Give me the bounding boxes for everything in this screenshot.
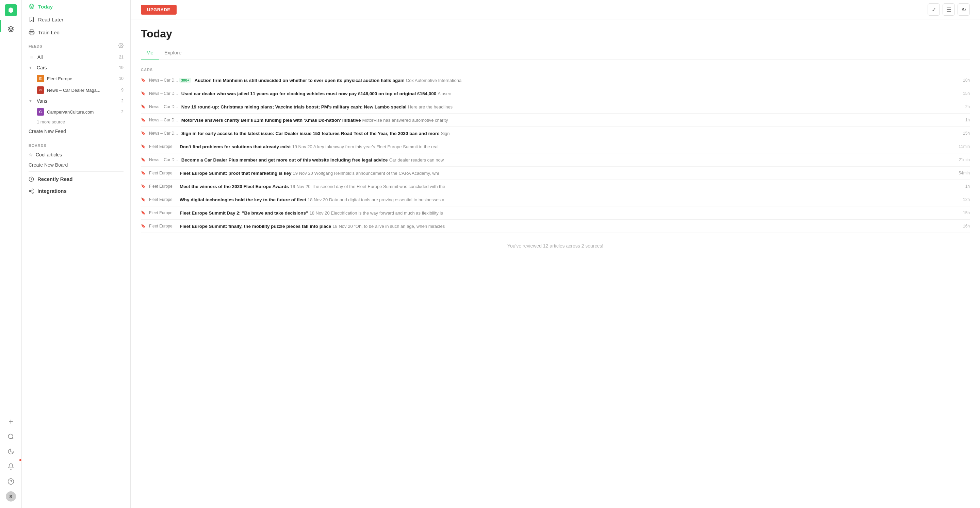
svg-line-13 bbox=[30, 190, 32, 191]
list-icon: ≡ bbox=[29, 54, 35, 60]
notifications-icon[interactable] bbox=[0, 459, 21, 474]
article-source: Fleet Europe bbox=[149, 183, 176, 189]
subfeed-fleet-europe[interactable]: E Fleet Europe 10 bbox=[22, 73, 130, 84]
article-excerpt: MotorVise has answered automotive charit… bbox=[362, 117, 448, 123]
clock-icon bbox=[29, 176, 34, 182]
article-row[interactable]: 🔖News – Car D...Nov 19 round-up: Christm… bbox=[141, 100, 970, 114]
subfeed-news-car-dealer[interactable]: C News – Car Dealer Maga... 9 bbox=[22, 84, 130, 96]
article-source: Fleet Europe bbox=[149, 143, 176, 149]
article-source: Fleet Europe bbox=[149, 197, 176, 202]
article-content: Fleet Europe Summit: finally, the mobili… bbox=[180, 223, 959, 229]
article-row[interactable]: 🔖News – Car D...MotorVise answers charit… bbox=[141, 114, 970, 127]
theme-icon[interactable] bbox=[0, 444, 21, 459]
search-icon[interactable] bbox=[0, 429, 21, 444]
refresh-button[interactable]: ↻ bbox=[958, 3, 970, 16]
more-source-link[interactable]: 1 more source bbox=[22, 117, 130, 126]
upgrade-button[interactable]: UPGRADE bbox=[141, 5, 177, 14]
article-title: Become a Car Dealer Plus member and get … bbox=[181, 157, 388, 162]
content-area: Today Me Explore CARS 🔖News – Car D...30… bbox=[130, 19, 980, 508]
divider bbox=[29, 138, 124, 138]
main-content: UPGRADE ✓ ☰ ↻ Today Me Explore CARS 🔖New… bbox=[130, 0, 980, 508]
sidebar-recently-read[interactable]: Recently Read bbox=[22, 173, 130, 185]
article-source: Fleet Europe bbox=[149, 223, 176, 229]
feed-cars[interactable]: ▼ Cars 19 bbox=[22, 63, 130, 73]
bookmark-icon[interactable]: 🔖 bbox=[141, 197, 146, 202]
bookmark-icon bbox=[29, 16, 35, 22]
bookmark-icon[interactable]: 🔖 bbox=[141, 130, 146, 135]
bookmark-icon[interactable]: 🔖 bbox=[141, 77, 146, 82]
sidebar-item-train-leo[interactable]: Train Leo bbox=[22, 26, 130, 39]
chevron-down-icon: ▼ bbox=[29, 66, 34, 70]
article-row[interactable]: 🔖Fleet EuropeMeet the winners of the 202… bbox=[141, 180, 970, 193]
avatar[interactable]: S bbox=[0, 489, 21, 504]
feed-vans[interactable]: ▼ Vans 2 bbox=[22, 96, 130, 106]
reviewed-text: You've reviewed 12 articles across 2 sou… bbox=[141, 233, 970, 252]
tab-explore[interactable]: Explore bbox=[159, 47, 187, 59]
article-source: News – Car D... bbox=[149, 157, 178, 162]
svg-point-10 bbox=[29, 190, 30, 192]
news-car-dealer-icon: C bbox=[37, 86, 44, 94]
icon-bar: S bbox=[0, 0, 22, 508]
article-row[interactable]: 🔖Fleet EuropeDon't find problems for sol… bbox=[141, 140, 970, 153]
bookmark-icon[interactable]: 🔖 bbox=[141, 143, 146, 149]
svg-point-7 bbox=[120, 45, 121, 46]
create-feed-button[interactable]: Create New Feed bbox=[22, 126, 130, 137]
article-content: Why digital technologies hold the key to… bbox=[180, 197, 959, 203]
article-content: Don't find problems for solutions that a… bbox=[180, 143, 955, 149]
bookmark-icon[interactable]: 🔖 bbox=[141, 157, 146, 162]
article-row[interactable]: 🔖News – Car D...300+Auction firm Manheim… bbox=[141, 74, 970, 87]
article-excerpt: 18 Nov 20 Data and digital tools are pro… bbox=[308, 197, 444, 202]
article-row[interactable]: 🔖Fleet EuropeWhy digital technologies ho… bbox=[141, 193, 970, 206]
notification-badge-dot bbox=[19, 458, 22, 462]
svg-rect-6 bbox=[30, 33, 33, 35]
bookmark-icon[interactable]: 🔖 bbox=[141, 183, 146, 188]
article-time: 15h bbox=[963, 90, 970, 96]
feeds-settings-icon[interactable] bbox=[118, 43, 124, 50]
fleet-europe-icon: E bbox=[37, 75, 44, 82]
bookmark-icon[interactable]: 🔖 bbox=[141, 170, 146, 175]
svg-point-9 bbox=[32, 189, 33, 190]
bookmark-icon[interactable]: 🔖 bbox=[141, 90, 146, 95]
help-icon[interactable] bbox=[0, 474, 21, 489]
feed-all[interactable]: ≡ All 21 bbox=[22, 52, 130, 63]
sidebar-item-read-later[interactable]: Read Later bbox=[22, 13, 130, 26]
article-row[interactable]: 🔖News – Car D...Become a Car Dealer Plus… bbox=[141, 153, 970, 167]
active-indicator bbox=[0, 20, 1, 32]
view-options-button[interactable]: ☰ bbox=[943, 3, 955, 16]
article-title: Why digital technologies hold the key to… bbox=[180, 197, 306, 202]
article-content: Nov 19 round-up: Christmas mixing plans;… bbox=[181, 104, 962, 110]
article-row[interactable]: 🔖Fleet EuropeFleet Europe Summit Day 2: … bbox=[141, 206, 970, 220]
article-time: 15h bbox=[963, 210, 970, 215]
bookmark-icon[interactable]: 🔖 bbox=[141, 210, 146, 215]
sidebar-item-today[interactable]: Today bbox=[22, 0, 130, 13]
article-row[interactable]: 🔖Fleet EuropeFleet Europe Summit: proof … bbox=[141, 167, 970, 180]
article-title: Sign in for early access to the latest i… bbox=[181, 131, 440, 136]
add-icon[interactable] bbox=[0, 414, 21, 429]
bookmark-icon[interactable]: 🔖 bbox=[141, 117, 146, 122]
tab-me[interactable]: Me bbox=[141, 47, 159, 59]
sidebar-integrations[interactable]: Integrations bbox=[22, 185, 130, 197]
mark-read-button[interactable]: ✓ bbox=[928, 3, 940, 16]
article-title: Don't find problems for solutions that a… bbox=[180, 144, 291, 149]
article-row[interactable]: 🔖News – Car D...Used car dealer who was … bbox=[141, 87, 970, 100]
page-title: Today bbox=[141, 27, 970, 40]
create-board-button[interactable]: Create New Board bbox=[22, 160, 130, 170]
article-time: 21min bbox=[959, 157, 970, 162]
board-cool-articles[interactable]: ☆ Cool articles bbox=[22, 149, 130, 160]
article-excerpt: 19 Nov 20 The second day of the Fleet Eu… bbox=[290, 184, 445, 189]
article-source: Fleet Europe bbox=[149, 210, 176, 215]
subfeed-campervan[interactable]: C CampervanCulture.com 2 bbox=[22, 106, 130, 117]
article-title: Used car dealer who was jailed 11 years … bbox=[181, 91, 437, 96]
article-title: Fleet Europe Summit Day 2: "Be brave and… bbox=[180, 211, 308, 216]
article-content: Fleet Europe Summit Day 2: "Be brave and… bbox=[180, 210, 959, 216]
bookmark-icon[interactable]: 🔖 bbox=[141, 104, 146, 109]
article-content: MotorVise answers charity Ben's £1m fund… bbox=[181, 117, 962, 123]
article-row[interactable]: 🔖News – Car D...Sign in for early access… bbox=[141, 127, 970, 140]
article-excerpt: Cox Automotive Internationa bbox=[406, 78, 461, 83]
article-time: 54min bbox=[959, 170, 970, 175]
article-time: 2h bbox=[966, 104, 970, 109]
nav-today-icon[interactable] bbox=[0, 22, 21, 37]
bookmark-icon[interactable]: 🔖 bbox=[141, 223, 146, 228]
article-excerpt: 18 Nov 20 "Oh, to be alive in such an ag… bbox=[332, 224, 445, 229]
article-row[interactable]: 🔖Fleet EuropeFleet Europe Summit: finall… bbox=[141, 220, 970, 233]
